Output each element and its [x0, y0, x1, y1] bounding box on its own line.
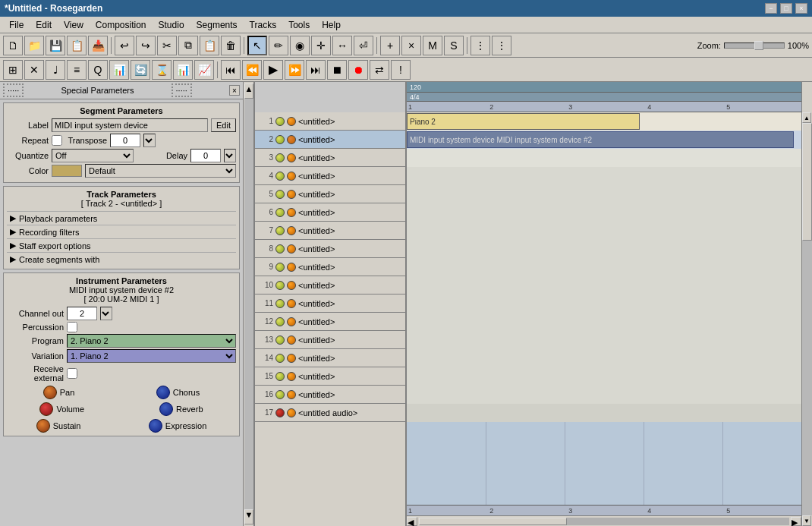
track-header-13[interactable]: 13 <untitled>: [255, 331, 405, 349]
chorus-knob[interactable]: [156, 386, 170, 399]
track-header-10[interactable]: 10 <untitled>: [255, 276, 405, 294]
track-header-7[interactable]: 7 <untitled>: [255, 222, 405, 240]
track-mute-10[interactable]: [275, 281, 285, 290]
track-mute-1[interactable]: [275, 117, 285, 126]
quantize-select[interactable]: Off: [52, 149, 134, 162]
transport-fastforward[interactable]: ⏩: [285, 60, 304, 80]
menu-file[interactable]: File: [3, 18, 30, 32]
track-header-9[interactable]: 9 <untitled>: [255, 258, 405, 276]
sustain-knob[interactable]: [36, 419, 50, 433]
window-controls[interactable]: − □ ×: [765, 3, 807, 14]
track-mute-3[interactable]: [275, 153, 285, 162]
right-scrollbar[interactable]: ▲ ▼: [801, 112, 812, 526]
volume-knob[interactable]: [39, 402, 53, 416]
label-input[interactable]: [52, 118, 208, 132]
track-header-14[interactable]: 14 <untitled>: [255, 349, 405, 367]
track-solo-4[interactable]: [287, 172, 296, 181]
track-header-16[interactable]: 16 <untitled>: [255, 386, 405, 404]
split-tool[interactable]: ⏎: [354, 36, 373, 55]
track-header-17[interactable]: 17 <untitled audio>: [255, 404, 405, 422]
move-tool[interactable]: ✛: [311, 36, 331, 55]
open-button[interactable]: 📁: [24, 36, 44, 55]
receive-external-checkbox[interactable]: [67, 368, 77, 379]
track-header-5[interactable]: 5 <untitled>: [255, 185, 405, 203]
tb2-7[interactable]: ⌛: [152, 60, 172, 80]
remove-track[interactable]: ×: [401, 36, 421, 55]
track-solo-2[interactable]: [287, 135, 296, 144]
tb2-3[interactable]: ♩: [46, 60, 65, 80]
segment-midi-1[interactable]: MIDI input system device MIDI input syst…: [407, 131, 794, 148]
horizontal-scrollbar[interactable]: ◀ ▶: [407, 515, 801, 526]
track-header-1[interactable]: 1 <untitled>: [255, 112, 405, 131]
more2[interactable]: ⋮: [492, 36, 511, 55]
expression-knob[interactable]: [149, 419, 162, 433]
menu-help[interactable]: Help: [316, 18, 347, 32]
transport-start[interactable]: ⏮: [221, 60, 241, 80]
create-segments-row[interactable]: ▶ Create segments with: [7, 252, 236, 266]
delay-select[interactable]: [224, 149, 236, 162]
track-mute-5[interactable]: [275, 190, 285, 199]
tb2-search[interactable]: Q: [88, 60, 108, 80]
special-params-close[interactable]: ×: [229, 85, 240, 96]
v-scroll-up-btn[interactable]: ▲: [802, 112, 811, 123]
menu-view[interactable]: View: [58, 18, 90, 32]
tb2-1[interactable]: ⊞: [3, 60, 23, 80]
transport-punch[interactable]: !: [391, 60, 411, 80]
solo-btn[interactable]: S: [444, 36, 464, 55]
track-mute-17[interactable]: [275, 408, 285, 417]
tb2-6[interactable]: 🔄: [131, 60, 150, 80]
track-solo-5[interactable]: [287, 190, 296, 199]
channel-out-select[interactable]: [100, 307, 112, 320]
track-header-2[interactable]: 2 <untitled>: [255, 131, 405, 149]
percussion-checkbox[interactable]: [67, 322, 77, 332]
new-button[interactable]: 🗋: [3, 36, 23, 55]
menu-edit[interactable]: Edit: [30, 18, 58, 32]
v-scroll-down-btn[interactable]: ▼: [802, 515, 811, 526]
zoom-slider[interactable]: [724, 43, 785, 49]
v-scroll-thumb[interactable]: [802, 123, 812, 241]
track-header-11[interactable]: 11 <untitled>: [255, 294, 405, 313]
track-solo-15[interactable]: [287, 372, 296, 381]
delete-button[interactable]: 🗑: [221, 36, 241, 55]
minimize-button[interactable]: −: [765, 3, 777, 14]
tb2-9[interactable]: 📈: [194, 60, 214, 80]
track-solo-16[interactable]: [287, 390, 296, 399]
track-header-6[interactable]: 6 <untitled>: [255, 203, 405, 222]
h-scroll-thumb[interactable]: [419, 518, 567, 525]
cut-button[interactable]: ✂: [157, 36, 177, 55]
transpose-input[interactable]: [110, 134, 140, 147]
color-select[interactable]: Default: [85, 164, 236, 178]
track-solo-6[interactable]: [287, 208, 296, 217]
pan-knob[interactable]: [43, 386, 57, 399]
tb2-4[interactable]: ≡: [67, 60, 87, 80]
transport-rewind[interactable]: ⏪: [242, 60, 262, 80]
segment-piano2-1[interactable]: Piano 2: [407, 113, 640, 130]
tb2-8[interactable]: 📊: [173, 60, 193, 80]
track-mute-14[interactable]: [275, 354, 285, 363]
undo-button[interactable]: ↩: [115, 36, 134, 55]
zoom-thumb[interactable]: [754, 41, 763, 50]
mute-btn[interactable]: M: [423, 36, 442, 55]
maximize-button[interactable]: □: [780, 3, 792, 14]
transport-stop[interactable]: ⏹: [327, 60, 347, 80]
edit-button[interactable]: Edit: [211, 118, 236, 132]
resize-tool[interactable]: ↔: [332, 36, 352, 55]
menu-composition[interactable]: Composition: [90, 18, 153, 32]
erase-tool[interactable]: ◉: [290, 36, 310, 55]
import-button[interactable]: 📥: [88, 36, 108, 55]
channel-out-input[interactable]: [67, 307, 97, 320]
more1[interactable]: ⋮: [471, 36, 490, 55]
track-header-4[interactable]: 4 <untitled>: [255, 167, 405, 185]
track-solo-17[interactable]: [287, 408, 296, 417]
menu-segments[interactable]: Segments: [190, 18, 244, 32]
save-button[interactable]: 💾: [46, 36, 65, 55]
scroll-left-btn[interactable]: ◀: [407, 517, 417, 526]
track-mute-16[interactable]: [275, 390, 285, 399]
track-mute-8[interactable]: [275, 244, 285, 254]
track-solo-9[interactable]: [287, 263, 296, 272]
track-solo-10[interactable]: [287, 281, 296, 290]
menu-tracks[interactable]: Tracks: [244, 18, 283, 32]
track-mute-7[interactable]: [275, 226, 285, 235]
playback-params-row[interactable]: ▶ Playback parameters: [7, 211, 236, 225]
select-tool[interactable]: ↖: [247, 36, 267, 55]
